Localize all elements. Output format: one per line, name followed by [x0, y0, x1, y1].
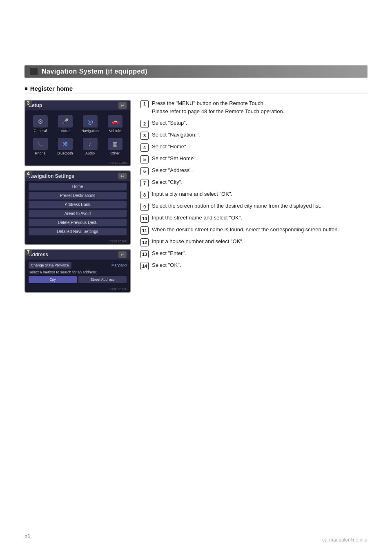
- step-13-line-1: Select "Enter".: [152, 250, 368, 257]
- back-icon-4: [120, 173, 125, 179]
- step-10-text: Input the street name and select "OK".: [152, 214, 368, 222]
- screen-7-badge: 7: [24, 249, 32, 255]
- nav-settings-delete[interactable]: Delete Previous Dest.: [29, 219, 127, 226]
- change-state-button[interactable]: Change State/Province: [29, 262, 71, 269]
- audio-label: Audio: [85, 151, 95, 155]
- step-5-line-1: Select "Set Home".: [152, 155, 368, 162]
- step-14-text: Select "OK".: [152, 262, 368, 270]
- nav-settings-areas[interactable]: Areas to Avoid: [29, 210, 127, 217]
- screen-3-topbar: Setup: [25, 101, 130, 110]
- step-11-line-1: When the desired street name is found, s…: [152, 226, 368, 233]
- step-7-text: Select "City".: [152, 179, 368, 187]
- step-3-line-1: Select "Navigation.".: [152, 131, 368, 139]
- step-8-line-1: Input a city name and select "OK".: [152, 190, 368, 198]
- step-9-line-1: Select the screen button of the desired …: [152, 202, 368, 210]
- general-icon-box: [33, 115, 48, 128]
- step-13-text: Select "Enter".: [152, 250, 368, 258]
- general-label: General: [33, 129, 47, 133]
- main-layout: 3 Setup General Voice: [24, 100, 368, 297]
- setup-icon-bluetooth[interactable]: Bluetooth: [53, 136, 77, 157]
- screen-4-watermark: IIQ3GS010U: [25, 239, 130, 244]
- step-5-text: Select "Set Home".: [152, 155, 368, 163]
- step-14-line-1: Select "OK".: [152, 262, 368, 269]
- step-2-text: Select "Setup".: [152, 119, 368, 128]
- voice-icon-box: [58, 115, 73, 128]
- step-4-line-1: Select "Home".: [152, 143, 368, 150]
- setup-icon-phone[interactable]: Phone: [29, 136, 52, 157]
- step-10-num: 10: [140, 215, 149, 223]
- step-3-text: Select "Navigation.".: [152, 131, 368, 139]
- other-icon: [112, 141, 118, 147]
- step-14: 14 Select "OK".: [140, 262, 368, 270]
- step-4: 4 Select "Home".: [140, 143, 368, 152]
- step-1-line-1: Press the "MENU" button on the Remote To…: [152, 100, 368, 107]
- page-number: 51: [24, 533, 30, 539]
- screen-3-back[interactable]: [118, 102, 127, 109]
- step-11-num: 11: [140, 226, 149, 235]
- address-search-buttons: City Street Address: [29, 276, 127, 283]
- step-12-text: Input a house number and select "OK".: [152, 238, 368, 246]
- nav-settings-preset[interactable]: Preset Destinations: [29, 192, 127, 199]
- mic-icon: [62, 118, 69, 125]
- register-home-heading: Register home: [24, 85, 368, 94]
- step-6-text: Select "Address".: [152, 167, 368, 175]
- step-1: 1 Press the "MENU" button on the Remote …: [140, 100, 368, 116]
- setup-icon-audio[interactable]: Audio: [78, 136, 102, 157]
- phone-icon: [37, 141, 44, 147]
- step-11-text: When the desired street name is found, s…: [152, 226, 368, 234]
- step-6-num: 6: [140, 167, 149, 175]
- watermark: carmanualonline.info: [322, 537, 368, 543]
- screen-4-back[interactable]: [118, 173, 127, 179]
- gear-icon: [38, 118, 43, 125]
- address-state-row: Change State/Province Maryland: [29, 262, 127, 269]
- other-icon-box: [108, 138, 122, 150]
- step-2-num: 2: [140, 120, 149, 128]
- step-14-num: 14: [140, 262, 149, 270]
- section-header: Navigation System (if equipped): [24, 65, 368, 78]
- back-icon-7: [120, 252, 125, 257]
- nav-settings-address-book[interactable]: Address Book: [29, 201, 127, 208]
- screen-4-title: Navigation Settings: [29, 173, 74, 179]
- city-search-button[interactable]: City: [29, 276, 77, 283]
- screen-3-badge: 3: [24, 100, 32, 106]
- other-label: Other: [110, 151, 120, 155]
- street-address-search-button[interactable]: Street Address: [78, 276, 127, 283]
- back-icon: [120, 103, 125, 108]
- step-6: 6 Select "Address".: [140, 167, 368, 175]
- setup-icon-vehicle[interactable]: Vehicle: [103, 114, 127, 134]
- step-2-line-1: Select "Setup".: [152, 119, 368, 127]
- step-13: 13 Select "Enter".: [140, 250, 368, 258]
- step-9-text: Select the screen button of the desired …: [152, 202, 368, 210]
- section-header-icon: [30, 68, 38, 75]
- screen-7-back[interactable]: [118, 251, 127, 258]
- step-4-text: Select "Home".: [152, 143, 368, 151]
- nav-settings-detailed[interactable]: Detailed Navi. Settings: [29, 228, 127, 235]
- screen-4: 4 Navigation Settings Home Preset Destin…: [24, 170, 131, 245]
- nav-settings-home[interactable]: Home: [29, 183, 127, 190]
- step-1-line-2: Please refer to page 48 for the Remote T…: [152, 108, 368, 115]
- step-9: 9 Select the screen button of the desire…: [140, 202, 368, 211]
- setup-icon-voice[interactable]: Voice: [53, 114, 77, 134]
- step-5-num: 5: [140, 155, 149, 163]
- bluetooth-icon: [62, 140, 68, 148]
- step-1-text: Press the "MENU" button on the Remote To…: [152, 100, 368, 116]
- step-11: 11 When the desired street name is found…: [140, 226, 368, 235]
- step-8: 8 Input a city name and select "OK".: [140, 190, 368, 199]
- nav-icon-box: [83, 115, 98, 128]
- step-12: 12 Input a house number and select "OK".: [140, 238, 368, 246]
- step-5: 5 Select "Set Home".: [140, 155, 368, 163]
- step-13-num: 13: [140, 250, 149, 258]
- setup-icon-general[interactable]: General: [29, 114, 52, 134]
- vehicle-label: Vehicle: [109, 129, 121, 133]
- audio-icon-box: [83, 138, 98, 150]
- screen-7-watermark: IIQ3GS011U: [25, 286, 130, 292]
- phone-icon-box: [33, 138, 48, 150]
- step-1-num: 1: [140, 100, 149, 108]
- setup-icon-navigation[interactable]: Navigation: [78, 114, 102, 134]
- setup-icon-other[interactable]: Other: [103, 136, 127, 157]
- step-8-text: Input a city name and select "OK".: [152, 190, 368, 199]
- screen-4-topbar: Navigation Settings: [25, 171, 130, 181]
- nav-settings-list: Home Preset Destinations Address Book Ar…: [25, 181, 130, 239]
- bt-icon-box: [58, 138, 73, 150]
- content-area: Navigation System (if equipped) Register…: [24, 65, 368, 297]
